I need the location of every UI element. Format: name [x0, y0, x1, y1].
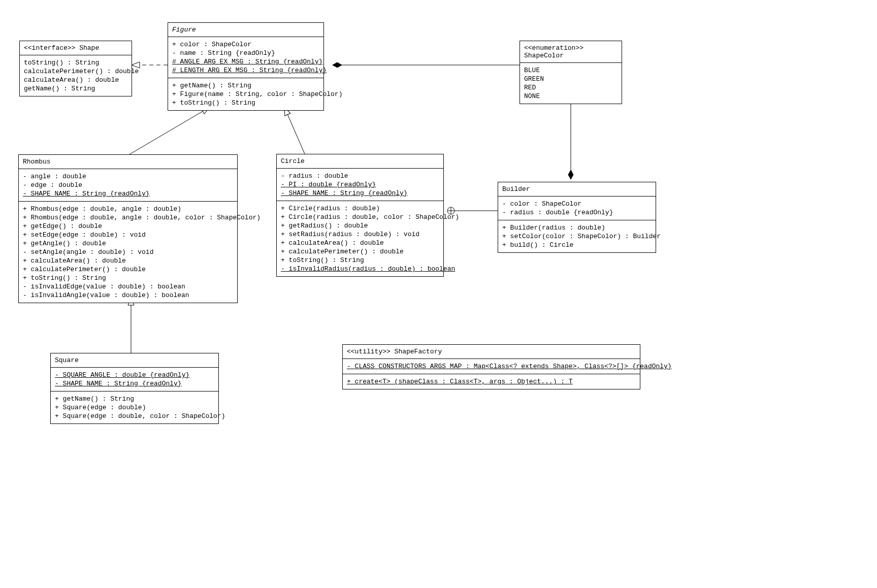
attrs-square: - SQUARE_ANGLE : double {readOnly} - SHA…	[51, 368, 218, 391]
ops-circle: + Circle(radius : double) + Circle(radiu…	[277, 201, 443, 276]
ops-square: + getName() : String + Square(edge : dou…	[51, 391, 218, 423]
class-builder: Builder - color : ShapeColor - radius : …	[498, 182, 656, 253]
attrs-shapefactory: - CLASS_CONSTRUCTORS_ARGS_MAP : Map<Clas…	[343, 359, 640, 374]
class-name-shape: <<interface>> Shape	[20, 41, 132, 55]
class-circle: Circle - radius : double - PI : double {…	[276, 154, 444, 277]
ops-shapefactory: + create<T> (shapeClass : Class<T>, args…	[343, 374, 640, 389]
ops-builder: + Builder(radius : double) + setColor(co…	[498, 220, 656, 252]
class-square: Square - SQUARE_ANGLE : double {readOnly…	[50, 353, 219, 424]
class-shape: <<interface>> Shape toString() : String …	[19, 41, 132, 96]
class-name-circle: Circle	[277, 154, 443, 169]
class-name-rhombus: Rhombus	[19, 155, 237, 169]
class-name-builder: Builder	[498, 182, 656, 197]
ops-figure: + getName() : String + Figure(name : Str…	[168, 78, 323, 110]
class-rhombus: Rhombus - angle : double - edge : double…	[18, 154, 238, 303]
attrs-circle: - radius : double - PI : double {readOnl…	[277, 169, 443, 201]
ops-rhombus: + Rhombus(edge : double, angle : double)…	[19, 202, 237, 303]
values-shapecolor: BLUE GREEN RED NONE	[520, 63, 622, 104]
class-name-shapecolor: <<enumeration>> ShapeColor	[520, 41, 622, 63]
attrs-builder: - color : ShapeColor - radius : double {…	[498, 197, 656, 220]
ops-shape: toString() : String calculatePerimeter()…	[20, 55, 132, 96]
class-shapefactory: <<utility>> ShapeFactory - CLASS_CONSTRU…	[342, 344, 640, 389]
class-name-square: Square	[51, 353, 218, 368]
class-figure: Figure + color : ShapeColor - name : Str…	[168, 22, 324, 111]
uml-canvas: <<interface>> Shape toString() : String …	[0, 0, 877, 588]
class-name-shapefactory: <<utility>> ShapeFactory	[343, 345, 640, 359]
svg-line-5	[284, 107, 305, 154]
class-shapecolor: <<enumeration>> ShapeColor BLUE GREEN RE…	[519, 41, 622, 104]
svg-line-4	[129, 107, 210, 154]
class-name-figure: Figure	[168, 23, 323, 37]
attrs-figure: + color : ShapeColor - name : String {re…	[168, 37, 323, 78]
attrs-rhombus: - angle : double - edge : double - SHAPE…	[19, 169, 237, 202]
